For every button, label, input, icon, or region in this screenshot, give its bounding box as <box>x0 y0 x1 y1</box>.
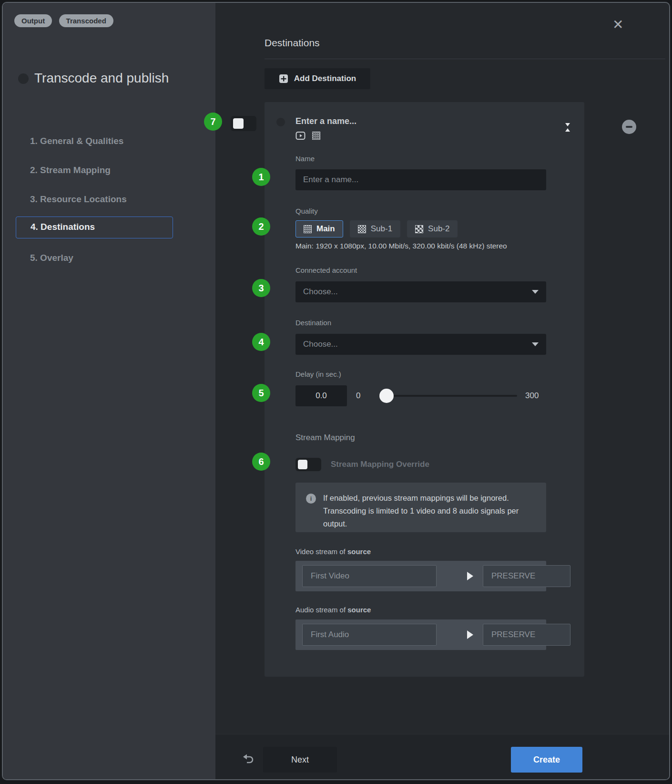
video-stream-label-source: source <box>347 547 371 556</box>
quality-main-label: Main <box>316 224 335 234</box>
audio-stream-label: Audio stream of source <box>295 606 371 614</box>
delay-label: Delay (in sec.) <box>295 370 341 378</box>
screen: Output Transcoded Transcode and publish … <box>0 0 672 784</box>
stream-mapping-override-label: Stream Mapping Override <box>331 460 429 469</box>
sidebar-step-stream-mapping[interactable]: 2. Stream Mapping <box>30 165 111 175</box>
stream-mapping-info-text: If enabled, previous stream mappings wil… <box>323 492 537 530</box>
annotation-4: 4 <box>252 333 270 351</box>
map-arrow-icon <box>467 630 473 639</box>
next-button[interactable]: Next <box>263 747 337 773</box>
destination-enable-toggle[interactable] <box>231 116 256 131</box>
destination-card-title: Enter a name... <box>295 116 356 126</box>
delay-slider-thumb[interactable] <box>379 389 394 403</box>
stream-mapping-info-box: i If enabled, previous stream mappings w… <box>295 483 546 532</box>
wizard-title: Transcode and publish <box>34 71 169 86</box>
video-source-value: First Video <box>311 571 349 581</box>
connected-account-value: Choose... <box>303 287 338 297</box>
name-placeholder: Enter a name... <box>303 175 358 185</box>
quality-main-button[interactable]: Main <box>295 220 343 237</box>
sidebar-step-resource-locations[interactable]: 3. Resource Locations <box>30 194 127 205</box>
plus-square-icon <box>279 74 288 83</box>
quality-button-group: Main Sub-1 Sub-2 <box>295 220 458 237</box>
footer-bar: Next Create <box>215 734 669 779</box>
quality-sub2-label: Sub-2 <box>428 224 449 234</box>
audio-target-select[interactable]: PRESERVE <box>483 624 570 646</box>
minus-icon <box>626 126 632 128</box>
annotation-2: 2 <box>252 217 270 236</box>
transcoded-badge: Transcoded <box>59 14 113 27</box>
quality-sub2-button[interactable]: Sub-2 <box>407 220 458 237</box>
video-stream-label: Video stream of source <box>295 547 371 556</box>
name-label: Name <box>295 155 315 163</box>
destination-status-dot <box>276 118 285 126</box>
panel-divider <box>265 59 665 59</box>
sidebar-step-destinations[interactable]: 4. Destinations <box>31 222 173 232</box>
map-arrow-icon <box>467 572 473 580</box>
checker-medium-icon <box>358 225 366 233</box>
audio-stream-label-prefix: Audio stream of <box>295 606 347 614</box>
connected-account-label: Connected account <box>295 266 357 274</box>
quality-sub1-label: Sub-1 <box>371 224 392 234</box>
quality-sub1-button[interactable]: Sub-1 <box>350 220 400 237</box>
connected-account-dropdown[interactable]: Choose... <box>295 281 546 302</box>
badge-row: Output Transcoded <box>14 14 118 27</box>
checker-coarse-icon <box>415 225 423 233</box>
destination-label: Destination <box>295 319 331 327</box>
audio-source-value: First Audio <box>311 630 349 640</box>
add-destination-label: Add Destination <box>294 74 356 83</box>
video-output-icon <box>295 131 305 141</box>
delay-value: 0.0 <box>316 391 327 401</box>
destination-value: Choose... <box>303 340 338 349</box>
close-icon[interactable]: ✕ <box>612 18 623 31</box>
toggle-knob <box>233 118 244 129</box>
delay-max-label: 300 <box>525 391 539 401</box>
video-stream-label-prefix: Video stream of <box>295 547 347 556</box>
chevron-down-icon <box>532 342 539 346</box>
toggle-knob <box>298 460 307 469</box>
annotation-3: 3 <box>252 279 270 297</box>
audio-mapping-row: First Audio PRESERVE <box>295 619 546 650</box>
video-target-value: PRESERVE <box>491 571 535 581</box>
checker-fine-icon <box>304 225 312 233</box>
video-target-select[interactable]: PRESERVE <box>483 565 570 587</box>
audio-source-select[interactable]: First Audio <box>302 624 437 646</box>
annotation-5: 5 <box>252 384 270 402</box>
video-source-select[interactable]: First Video <box>302 565 437 587</box>
stream-mapping-override-toggle[interactable] <box>295 458 321 471</box>
destination-card: Enter a name... Name Enter a name... <box>265 102 584 677</box>
audio-target-value: PRESERVE <box>491 630 535 640</box>
video-mapping-row: First Video PRESERVE <box>295 561 546 591</box>
quality-info-text: Main: 1920 x 1080px, 10.00 Mbit/s, 320.0… <box>295 242 507 250</box>
add-destination-button[interactable]: Add Destination <box>265 68 370 89</box>
audio-stream-label-source: source <box>347 606 371 614</box>
chevron-down-icon <box>532 290 539 294</box>
annotation-7: 7 <box>204 113 222 131</box>
delay-input[interactable]: 0.0 <box>295 385 347 406</box>
create-button[interactable]: Create <box>511 747 582 773</box>
wizard-sidebar: Output Transcoded Transcode and publish … <box>3 3 215 779</box>
output-badge: Output <box>14 14 52 27</box>
collapse-card-icon[interactable] <box>564 121 571 135</box>
stream-mapping-section-title: Stream Mapping <box>295 433 355 443</box>
panel-title: Destinations <box>265 37 320 49</box>
delay-min-label: 0 <box>356 391 360 401</box>
name-input[interactable]: Enter a name... <box>295 169 546 190</box>
sidebar-step-general-qualities[interactable]: 1. General & Qualities <box>30 136 123 146</box>
next-button-label: Next <box>291 755 309 765</box>
delay-slider-track[interactable] <box>379 395 517 397</box>
destination-type-icons <box>295 131 320 141</box>
sidebar-step-overlay[interactable]: 5. Overlay <box>30 253 73 263</box>
wizard-status-dot <box>18 73 29 84</box>
destination-dropdown[interactable]: Choose... <box>295 334 546 355</box>
sidebar-step-destinations-box[interactable]: 4. Destinations <box>16 217 173 238</box>
annotation-1: 1 <box>252 168 270 186</box>
quality-main-icon <box>312 132 320 140</box>
transcode-publish-modal: Output Transcoded Transcode and publish … <box>2 2 670 780</box>
info-icon: i <box>306 494 316 504</box>
undo-icon[interactable] <box>242 754 255 767</box>
quality-label: Quality <box>295 207 318 215</box>
remove-destination-button[interactable] <box>622 120 636 134</box>
annotation-6: 6 <box>252 453 270 471</box>
create-button-label: Create <box>533 755 560 764</box>
